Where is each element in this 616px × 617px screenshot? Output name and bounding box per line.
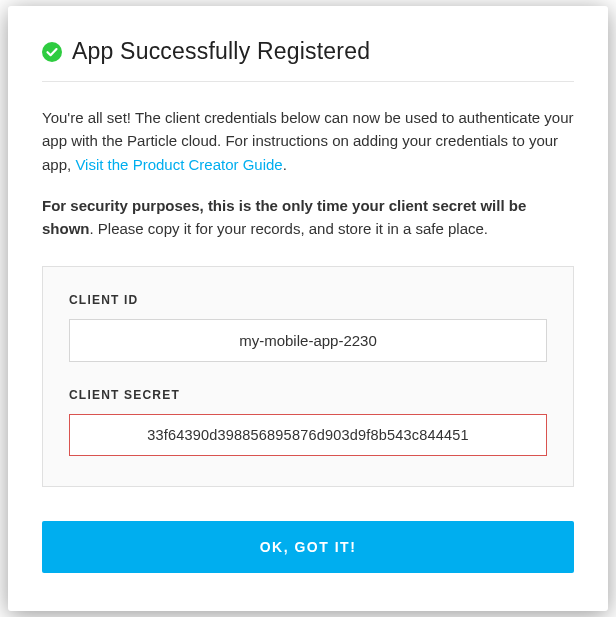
product-creator-guide-link[interactable]: Visit the Product Creator Guide (75, 156, 282, 173)
intro-period: . (283, 156, 287, 173)
intro-paragraph: You're all set! The client credentials b… (42, 106, 574, 176)
credentials-panel: CLIENT ID my-mobile-app-2230 CLIENT SECR… (42, 266, 574, 487)
registration-success-modal: App Successfully Registered You're all s… (8, 6, 608, 611)
success-check-icon (42, 42, 62, 62)
client-secret-label: CLIENT SECRET (69, 388, 547, 402)
client-id-value[interactable]: my-mobile-app-2230 (69, 319, 547, 362)
client-id-label: CLIENT ID (69, 293, 547, 307)
client-secret-value[interactable]: 33f64390d398856895876d903d9f8b543c844451 (69, 414, 547, 456)
modal-title: App Successfully Registered (72, 38, 370, 65)
security-rest-text: . Please copy it for your records, and s… (90, 220, 489, 237)
ok-got-it-button[interactable]: OK, GOT IT! (42, 521, 574, 573)
modal-header: App Successfully Registered (42, 38, 574, 82)
security-paragraph: For security purposes, this is the only … (42, 194, 574, 241)
svg-point-0 (42, 42, 62, 62)
